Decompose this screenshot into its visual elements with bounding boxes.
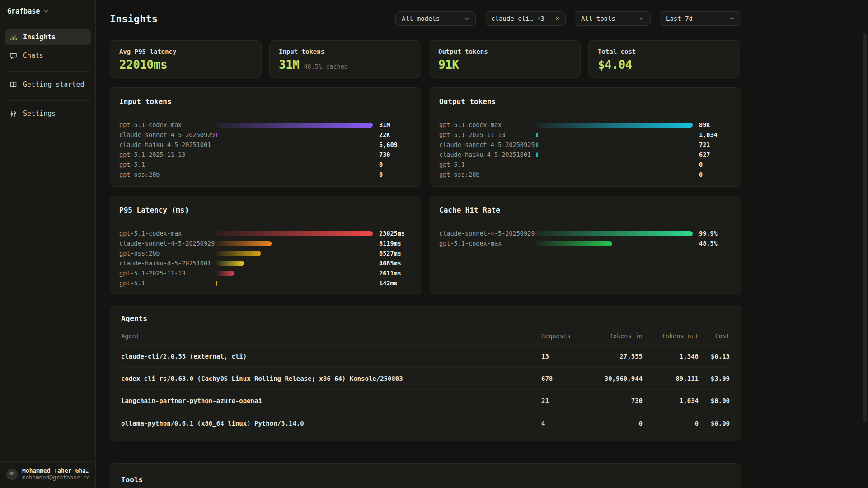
bar — [216, 271, 234, 276]
bar — [216, 281, 217, 286]
bar — [536, 133, 538, 137]
selected-models-chip[interactable]: claude-cli… +3 × — [485, 11, 566, 26]
tools-filter-dropdown[interactable]: All tools — [575, 11, 651, 26]
chart-row: gpt-5.1-codex-max23025ms — [119, 228, 414, 238]
chart-grid: Input tokens gpt-5.1-codex-max31M claude… — [110, 87, 741, 295]
stat-cards: Avg P95 latency 22010ms Input tokens 31M… — [110, 40, 741, 78]
p95-latency-chart: P95 Latency (ms) gpt-5.1-codex-max23025m… — [110, 196, 421, 295]
chart-row: gpt-oss:20b6527ms — [119, 248, 414, 258]
sidebar-item-label: Settings — [23, 109, 56, 118]
filter-bar: All models claude-cli… +3 × All tools La… — [395, 11, 741, 26]
page-title: Insights — [110, 13, 158, 24]
chat-bubble-icon — [9, 52, 18, 60]
user-name: Mohammed Taher Gha… — [22, 467, 89, 474]
stat-card-avg-p95-latency: Avg P95 latency 22010ms — [110, 40, 262, 78]
sidebar: Grafbase Insights Chats Getti — [0, 0, 96, 488]
models-filter-dropdown[interactable]: All models — [395, 11, 476, 26]
input-tokens-chart: Input tokens gpt-5.1-codex-max31M claude… — [110, 87, 421, 187]
bar — [536, 142, 538, 147]
chart-row: gpt-5.1-codex-max31M — [119, 120, 414, 130]
bar — [536, 241, 612, 246]
chart-row: claude-sonnet-4-5-2025092922K — [119, 130, 414, 140]
chevron-down-icon — [729, 16, 735, 21]
sliders-icon — [9, 109, 18, 118]
stat-card-output-tokens: Output tokens 91K — [429, 40, 581, 78]
table-row[interactable]: langchain-partner-python-azure-openai 21… — [121, 390, 730, 412]
stat-value: $4.04 — [598, 58, 632, 71]
chart-row: gpt-5.1142ms — [119, 278, 414, 288]
bar — [216, 123, 373, 128]
chart-row: claude-sonnet-4-5-202509298119ms — [119, 238, 414, 248]
chart-row: gpt-5.1-codex-max89K — [439, 120, 734, 130]
chart-row: claude-sonnet-4-5-2025092999.9% — [439, 228, 734, 238]
stat-card-input-tokens: Input tokens 31M 48.5% cached — [269, 40, 421, 78]
chart-row: gpt-oss:20b0 — [119, 170, 414, 180]
sidebar-item-chats[interactable]: Chats — [5, 48, 91, 63]
sidebar-item-label: Chats — [23, 52, 43, 60]
stat-card-total-cost: Total cost $4.04 — [588, 40, 740, 78]
chart-row: claude-haiku-4-5-202510014065ms — [119, 258, 414, 268]
chart-row: gpt-5.1-2025-11-131,034 — [439, 130, 734, 140]
sidebar-item-settings[interactable]: Settings — [5, 106, 91, 121]
workspace-name: Grafbase — [7, 7, 40, 15]
bar — [536, 123, 693, 128]
open-book-icon — [9, 81, 18, 89]
workspace-switcher[interactable]: Grafbase — [0, 0, 95, 23]
sidebar-item-label: Getting started — [23, 81, 84, 89]
chevron-down-icon — [464, 16, 469, 21]
agents-panel: Agents Agent Requests Tokens in Tokens o… — [110, 305, 741, 441]
sidebar-item-getting-started[interactable]: Getting started — [5, 77, 91, 92]
bar — [216, 241, 272, 246]
chart-row: claude-sonnet-4-5-20250929721 — [439, 140, 734, 150]
chart-row: gpt-5.1-2025-11-132611ms — [119, 268, 414, 278]
chart-row: gpt-5.1-2025-11-13730 — [119, 150, 414, 160]
agents-table-header: Agent Requests Tokens in Tokens out Cost — [121, 332, 730, 346]
bar-chart-icon — [9, 33, 18, 42]
stat-value: 91K — [438, 58, 459, 71]
scrollbar-thumb[interactable] — [863, 33, 867, 422]
chart-row: gpt-5.10 — [439, 160, 734, 170]
chart-row: claude-haiku-4-5-20251001627 — [439, 150, 734, 160]
app-window: Grafbase Insights Chats Getti — [0, 0, 868, 488]
page-header: Insights All models claude-cli… +3 × All… — [110, 11, 741, 26]
sidebar-item-insights[interactable]: Insights — [5, 29, 91, 45]
sidebar-item-label: Insights — [23, 33, 56, 41]
chart-row: gpt-5.1-codex-max48.5% — [439, 238, 734, 248]
user-account[interactable]: MG Mohammed Taher Gha… mohammed@grafbase… — [0, 461, 95, 488]
sidebar-divider — [5, 71, 90, 72]
bar — [536, 231, 693, 236]
table-row[interactable]: ollama-python/0.6.1 (x86_64 linux) Pytho… — [121, 412, 730, 434]
cache-hit-rate-chart: Cache Hit Rate claude-sonnet-4-5-2025092… — [430, 196, 741, 295]
bar — [216, 251, 261, 256]
bar — [536, 152, 538, 157]
close-icon[interactable]: × — [555, 14, 559, 23]
output-tokens-chart: Output tokens gpt-5.1-codex-max89K gpt-5… — [430, 87, 741, 187]
date-range-dropdown[interactable]: Last 7d — [660, 11, 741, 26]
chart-row: gpt-5.10 — [119, 160, 414, 170]
chart-row: claude-haiku-4-5-202510015,609 — [119, 140, 414, 150]
user-email: mohammed@grafbase.com — [22, 474, 89, 481]
sidebar-nav: Insights Chats Getting started Se — [0, 23, 95, 124]
table-row[interactable]: claude-cli/2.0.55 (external, cli) 13 27,… — [121, 346, 730, 368]
chevron-down-icon — [43, 9, 49, 14]
main-content: Insights All models claude-cli… +3 × All… — [96, 0, 868, 488]
chart-row: gpt-oss:20b0 — [439, 170, 734, 180]
avatar: MG — [6, 469, 18, 480]
table-row[interactable]: codex_cli_rs/0.63.0 (CachyOS Linux Rolli… — [121, 368, 730, 390]
stat-value: 22010ms — [119, 58, 167, 71]
bar — [216, 231, 373, 236]
stat-suffix: 48.5% cached — [304, 63, 348, 70]
tools-panel: Tools — [110, 463, 741, 488]
chevron-down-icon — [639, 16, 644, 21]
bar — [216, 261, 244, 266]
sidebar-divider — [5, 100, 90, 101]
scrollbar-track — [862, 0, 868, 488]
stat-value: 31M — [279, 58, 299, 71]
